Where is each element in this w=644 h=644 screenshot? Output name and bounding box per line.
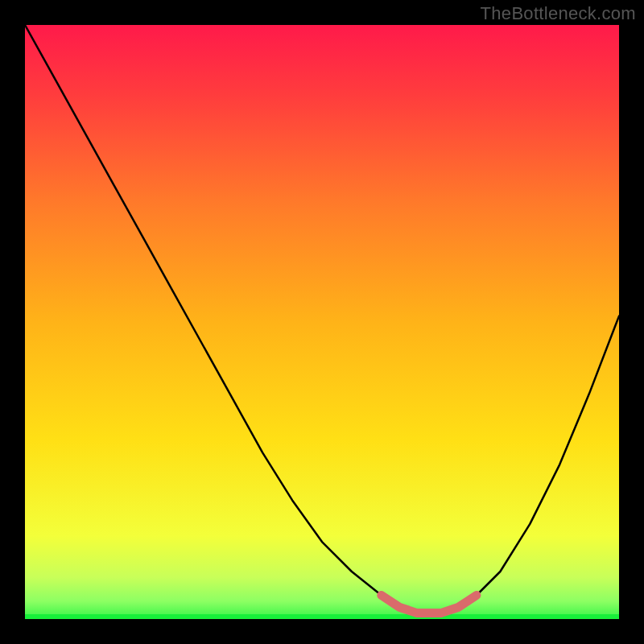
gradient-background <box>25 25 619 619</box>
chart-frame: TheBottleneck.com <box>0 0 644 644</box>
watermark-text: TheBottleneck.com <box>481 3 636 24</box>
chart-svg <box>25 25 619 619</box>
baseline-green-strip <box>25 614 619 619</box>
plot-area <box>25 25 619 619</box>
